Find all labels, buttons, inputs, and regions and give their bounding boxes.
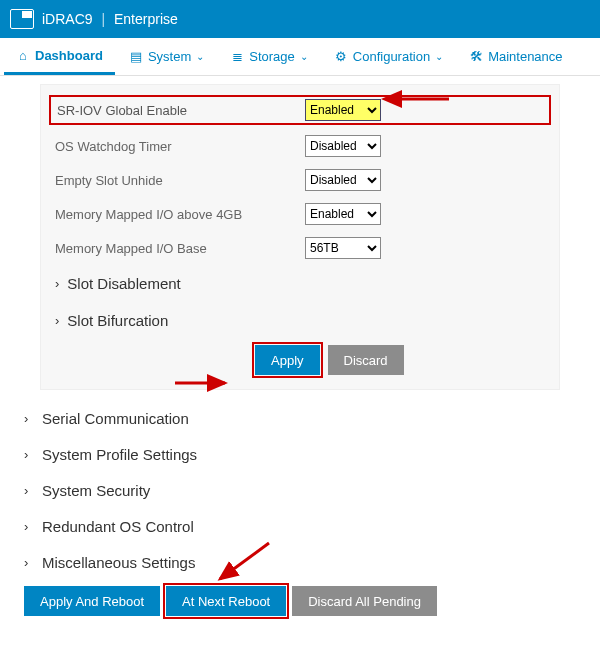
setting-row-mmiobase: Memory Mapped I/O Base 56TB [55,231,545,265]
brand-logo-icon [10,9,34,29]
title-separator: | [101,11,105,27]
nav-configuration[interactable]: ⚙ Configuration ⌄ [322,38,455,75]
content-area: SR-IOV Global Enable Enabled OS Watchdog… [0,76,600,616]
nav-storage-label: Storage [249,49,295,64]
profile-label: System Profile Settings [42,446,197,463]
mmiobase-label: Memory Mapped I/O Base [55,241,305,256]
accordion-misc-settings[interactable]: › Miscellaneous Settings [24,544,576,580]
accordion-serial-communication[interactable]: › Serial Communication [24,400,576,436]
setting-row-sriov: SR-IOV Global Enable Enabled [49,95,551,125]
chevron-right-icon: › [24,519,34,534]
nav-maintenance-label: Maintenance [488,49,562,64]
footer-button-row: Apply And Reboot At Next Reboot Discard … [10,580,590,616]
setting-row-emptyslot: Empty Slot Unhide Disabled [55,163,545,197]
chevron-right-icon: › [55,276,59,291]
accordion-redundant-os[interactable]: › Redundant OS Control [24,508,576,544]
apply-and-reboot-button[interactable]: Apply And Reboot [24,586,160,616]
emptyslot-label: Empty Slot Unhide [55,173,305,188]
chevron-right-icon: › [24,447,34,462]
product-tier: Enterprise [114,11,178,27]
slot-bifurcation-label: Slot Bifurcation [67,312,168,329]
sliders-icon: ⚙ [334,49,348,64]
annotation-arrow [173,373,233,396]
nav-system-label: System [148,49,191,64]
watchdog-select[interactable]: Disabled [305,135,381,157]
security-label: System Security [42,482,150,499]
header-bar: iDRAC9 | Enterprise [0,0,600,38]
accordion-slot-bifurcation[interactable]: › Slot Bifurcation [55,302,545,339]
accordion-system-profile[interactable]: › System Profile Settings [24,436,576,472]
chevron-right-icon: › [24,483,34,498]
accordion-system-security[interactable]: › System Security [24,472,576,508]
home-icon: ⌂ [16,48,30,63]
nav-system[interactable]: ▤ System ⌄ [117,38,216,75]
product-name: iDRAC9 [42,11,93,27]
sriov-label: SR-IOV Global Enable [55,103,305,118]
panel-button-row: Apply Discard [55,345,545,375]
chevron-down-icon: ⌄ [196,51,204,62]
slot-disablement-label: Slot Disablement [67,275,180,292]
serial-label: Serial Communication [42,410,189,427]
nav-maintenance[interactable]: 🛠 Maintenance [457,38,574,75]
emptyslot-select[interactable]: Disabled [305,169,381,191]
chevron-right-icon: › [24,555,34,570]
server-icon: ▤ [129,49,143,64]
discard-button[interactable]: Discard [328,345,404,375]
redundant-label: Redundant OS Control [42,518,194,535]
chevron-down-icon: ⌄ [300,51,308,62]
accordion-slot-disablement[interactable]: › Slot Disablement [55,265,545,302]
setting-row-watchdog: OS Watchdog Timer Disabled [55,129,545,163]
watchdog-label: OS Watchdog Timer [55,139,305,154]
nav-storage[interactable]: ≣ Storage ⌄ [218,38,320,75]
top-nav: ⌂ Dashboard ▤ System ⌄ ≣ Storage ⌄ ⚙ Con… [0,38,600,76]
sriov-select[interactable]: Enabled [305,99,381,121]
discard-all-pending-button[interactable]: Discard All Pending [292,586,437,616]
mmiobase-select[interactable]: 56TB [305,237,381,259]
at-next-reboot-button[interactable]: At Next Reboot [166,586,286,616]
setting-row-mmio4gb: Memory Mapped I/O above 4GB Enabled [55,197,545,231]
chevron-right-icon: › [24,411,34,426]
nav-configuration-label: Configuration [353,49,430,64]
database-icon: ≣ [230,49,244,64]
chevron-right-icon: › [55,313,59,328]
nav-dashboard-label: Dashboard [35,48,103,63]
chevron-down-icon: ⌄ [435,51,443,62]
apply-button[interactable]: Apply [255,345,320,375]
nav-dashboard[interactable]: ⌂ Dashboard [4,38,115,75]
brand-title: iDRAC9 | Enterprise [42,11,178,27]
wrench-icon: 🛠 [469,49,483,64]
svg-line-2 [220,543,269,579]
misc-label: Miscellaneous Settings [42,554,195,571]
settings-panel: SR-IOV Global Enable Enabled OS Watchdog… [40,84,560,390]
mmio4gb-select[interactable]: Enabled [305,203,381,225]
mmio4gb-label: Memory Mapped I/O above 4GB [55,207,305,222]
accordion-list: › Serial Communication › System Profile … [10,400,590,580]
